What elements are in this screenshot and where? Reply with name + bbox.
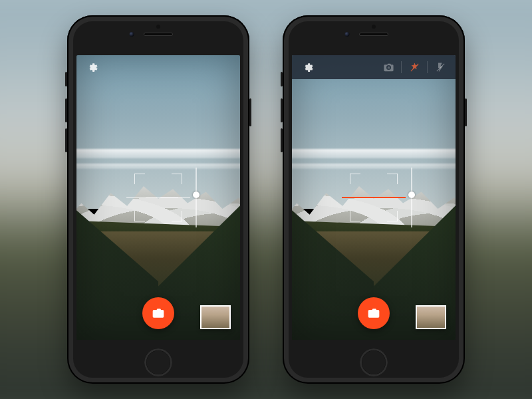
toolbar-divider [427, 61, 428, 73]
top-toolbar [292, 55, 456, 79]
volume-up [65, 98, 67, 122]
flash-toggle[interactable] [432, 59, 449, 76]
front-camera [130, 32, 134, 37]
exposure-knob[interactable] [193, 192, 200, 198]
home-button[interactable] [360, 348, 388, 376]
volume-down [281, 128, 283, 152]
screen [292, 55, 456, 340]
phone-mock-left [67, 15, 249, 384]
top-toolbar [76, 55, 240, 79]
power-button [465, 98, 467, 126]
proximity-sensor [156, 25, 160, 29]
proximity-sensor [372, 25, 376, 29]
volume-down [65, 128, 67, 152]
stage [0, 0, 532, 399]
mute-switch [281, 72, 283, 86]
power-button [249, 98, 251, 126]
location-toggle[interactable] [406, 59, 423, 76]
shutter-button[interactable] [358, 297, 390, 329]
flash-off-icon [435, 62, 446, 73]
exposure-slider[interactable] [411, 168, 412, 227]
toolbar-divider [401, 61, 402, 73]
screen [76, 55, 240, 340]
camera-icon [152, 307, 165, 320]
camera-rotate-icon [383, 62, 394, 73]
home-button[interactable] [144, 348, 172, 376]
focus-reticle[interactable] [350, 174, 398, 221]
front-camera [345, 32, 350, 37]
volume-up [281, 98, 283, 122]
exposure-slider[interactable] [196, 168, 197, 227]
camera-icon [367, 307, 380, 320]
gallery-thumbnail[interactable] [416, 305, 446, 329]
settings-button[interactable] [299, 59, 316, 76]
gallery-thumbnail[interactable] [200, 305, 231, 329]
location-off-icon [409, 62, 420, 73]
focus-reticle[interactable] [134, 174, 182, 221]
phone-mock-right [283, 15, 465, 384]
exposure-knob[interactable] [408, 192, 415, 198]
mute-switch [65, 72, 67, 86]
gear-icon [302, 62, 313, 73]
gear-icon [86, 62, 98, 73]
shutter-button[interactable] [142, 297, 174, 329]
switch-camera-button[interactable] [380, 59, 397, 76]
settings-button[interactable] [83, 59, 100, 76]
